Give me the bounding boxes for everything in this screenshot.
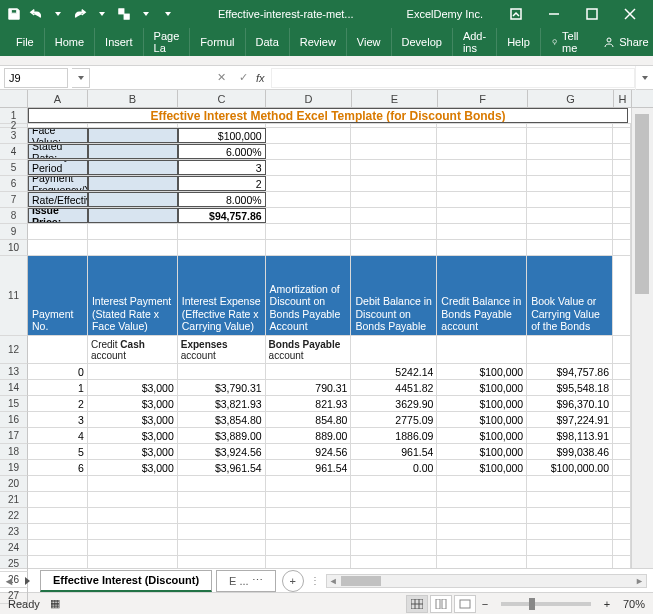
page-layout-view-button[interactable]	[430, 595, 452, 613]
sheet-tab[interactable]: E ... ⋯	[216, 570, 276, 592]
zoom-level[interactable]: 70%	[623, 598, 645, 610]
redo-icon[interactable]	[70, 3, 90, 25]
col-header-D[interactable]: D	[266, 90, 352, 107]
input-label[interactable]: Payment Frequency/Year:	[28, 176, 88, 191]
qat-customize-icon[interactable]	[158, 3, 178, 25]
qat-dropdown-icon[interactable]	[92, 3, 112, 25]
sheet-nav-next-icon[interactable]	[18, 577, 36, 585]
col-header-F[interactable]: F	[438, 90, 528, 107]
close-button[interactable]	[611, 0, 649, 28]
row-header[interactable]: 7	[0, 192, 28, 208]
input-value[interactable]: $100,000	[178, 128, 266, 143]
name-box[interactable]: J9	[4, 68, 68, 88]
table-cell[interactable]: $97,224.91	[527, 412, 613, 427]
table-cell[interactable]	[88, 364, 178, 379]
table-cell[interactable]: 5	[28, 444, 88, 459]
minimize-button[interactable]	[535, 0, 573, 28]
row-header[interactable]: 23	[0, 524, 28, 540]
tab-addins[interactable]: Add-ins	[453, 28, 497, 56]
table-cell[interactable]	[266, 364, 352, 379]
table-cell[interactable]: 6	[28, 460, 88, 475]
table-cell[interactable]: 1886.09	[351, 428, 437, 443]
table-cell[interactable]: 4451.82	[351, 380, 437, 395]
table-cell[interactable]: $100,000	[437, 428, 527, 443]
row-header[interactable]: 19	[0, 460, 28, 476]
tab-developer[interactable]: Develop	[392, 28, 453, 56]
undo-icon[interactable]	[26, 3, 46, 25]
tab-review[interactable]: Review	[290, 28, 347, 56]
table-header[interactable]: Book Value or Carrying Value of the Bond…	[527, 256, 613, 335]
table-cell[interactable]: $100,000	[437, 364, 527, 379]
table-cell[interactable]: $3,000	[88, 444, 178, 459]
row-header[interactable]: 11	[0, 256, 28, 336]
col-header-C[interactable]: C	[178, 90, 266, 107]
table-cell[interactable]: $3,889.00	[178, 428, 266, 443]
tab-help[interactable]: Help	[497, 28, 541, 56]
table-cell[interactable]: 961.54	[351, 444, 437, 459]
input-label[interactable]: Stated Rate:	[28, 144, 88, 159]
save-icon[interactable]	[4, 3, 24, 25]
table-cell[interactable]: $96,370.10	[527, 396, 613, 411]
table-cell[interactable]: 4	[28, 428, 88, 443]
table-header[interactable]: Interest Payment (Stated Rate x Face Val…	[88, 256, 178, 335]
select-all-corner[interactable]	[0, 90, 28, 107]
table-cell[interactable]: 854.80	[266, 412, 352, 427]
table-cell[interactable]: 3629.90	[351, 396, 437, 411]
table-cell[interactable]: 821.93	[266, 396, 352, 411]
table-cell[interactable]: $100,000	[437, 396, 527, 411]
input-value[interactable]: 2	[178, 176, 266, 191]
col-header-A[interactable]: A	[28, 90, 88, 107]
row-header[interactable]: 17	[0, 428, 28, 444]
table-cell[interactable]: 924.56	[266, 444, 352, 459]
table-cell[interactable]: 889.00	[266, 428, 352, 443]
tab-data[interactable]: Data	[246, 28, 290, 56]
input-label[interactable]: Market Rate/Effective Rate:	[28, 192, 88, 207]
table-header[interactable]: Payment No.	[28, 256, 88, 335]
page-break-view-button[interactable]	[454, 595, 476, 613]
table-cell[interactable]: 961.54	[266, 460, 352, 475]
sheet-nav-prev-icon[interactable]: ◄	[0, 575, 18, 587]
sub-header[interactable]: Credit Cash account	[88, 336, 178, 363]
touch-mode-icon[interactable]	[114, 3, 134, 25]
name-box-dropdown[interactable]	[72, 68, 90, 88]
table-cell[interactable]: 0	[28, 364, 88, 379]
row-header[interactable]: 8	[0, 208, 28, 224]
ribbon-options-icon[interactable]	[497, 0, 535, 28]
table-cell[interactable]: $95,548.18	[527, 380, 613, 395]
row-header[interactable]: 6	[0, 176, 28, 192]
row-header[interactable]: 14	[0, 380, 28, 396]
table-header[interactable]: Credit Balance in Bonds Payable account	[437, 256, 527, 335]
col-header-G[interactable]: G	[528, 90, 614, 107]
horizontal-scrollbar[interactable]: ◄ ►	[326, 574, 647, 588]
cancel-formula-icon[interactable]: ✕	[210, 68, 232, 88]
row-header[interactable]: 24	[0, 540, 28, 556]
fx-icon[interactable]: fx	[254, 72, 271, 84]
table-header[interactable]: Debit Balance in Discount on Bonds Payab…	[351, 256, 437, 335]
col-header-E[interactable]: E	[352, 90, 438, 107]
table-cell[interactable]: $3,821.93	[178, 396, 266, 411]
row-header[interactable]: 21	[0, 492, 28, 508]
formula-input[interactable]	[271, 68, 635, 88]
col-header-H[interactable]: H	[614, 90, 632, 107]
table-cell[interactable]: 3	[28, 412, 88, 427]
tab-home[interactable]: Home	[45, 28, 95, 56]
input-value[interactable]: 6.000%	[178, 144, 266, 159]
enter-formula-icon[interactable]: ✓	[232, 68, 254, 88]
table-cell[interactable]: $100,000	[437, 412, 527, 427]
zoom-handle[interactable]	[529, 598, 535, 610]
table-cell[interactable]: $3,790.31	[178, 380, 266, 395]
row-header[interactable]: 16	[0, 412, 28, 428]
vertical-scrollbar[interactable]	[631, 108, 653, 568]
input-value[interactable]: $94,757.86	[178, 208, 266, 223]
tab-view[interactable]: View	[347, 28, 392, 56]
qat-dropdown-icon[interactable]	[48, 3, 68, 25]
table-cell[interactable]	[178, 364, 266, 379]
input-value[interactable]: 8.000%	[178, 192, 266, 207]
tab-page-layout[interactable]: Page La	[144, 28, 191, 56]
zoom-slider[interactable]	[501, 602, 591, 606]
maximize-button[interactable]	[573, 0, 611, 28]
row-header[interactable]: 13	[0, 364, 28, 380]
table-cell[interactable]: $94,757.86	[527, 364, 613, 379]
table-cell[interactable]: 5242.14	[351, 364, 437, 379]
row-header[interactable]: 12	[0, 336, 28, 364]
